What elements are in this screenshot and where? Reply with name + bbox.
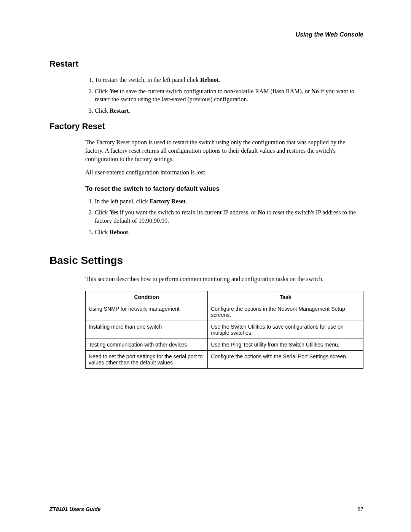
- page-footer: ZT8101 Users Guide 87: [49, 506, 363, 512]
- table-cell-condition: Testing communication with other devices: [86, 339, 208, 350]
- factory-subheading: To reset the switch to factory default v…: [85, 185, 363, 193]
- text: Click: [95, 209, 110, 216]
- text: to save the current switch configuration…: [118, 88, 311, 94]
- text: In the left panel, click: [95, 198, 150, 204]
- factory-steps: In the left panel, click Factory Reset. …: [85, 197, 363, 236]
- bold-text: Factory Reset: [150, 198, 186, 204]
- heading-basic-settings: Basic Settings: [49, 254, 363, 267]
- page-header-right: Using the Web Console: [49, 31, 363, 38]
- document-page: Using the Web Console Restart To restart…: [0, 0, 411, 532]
- text: .: [128, 229, 130, 235]
- bold-text: Yes: [110, 209, 118, 216]
- heading-factory-reset: Factory Reset: [49, 121, 363, 131]
- basic-content: This section describes how to perform co…: [85, 275, 363, 369]
- text: .: [219, 77, 220, 83]
- table-row: Need to set the port settings for the se…: [86, 350, 363, 368]
- restart-step-1: To restart the switch, in the left panel…: [95, 76, 363, 84]
- bold-text: Restart: [110, 107, 129, 114]
- table-row: Using SNMP for network management Config…: [86, 303, 363, 321]
- restart-steps: To restart the switch, in the left panel…: [85, 76, 363, 115]
- basic-settings-table: Condition Task Using SNMP for network ma…: [85, 291, 363, 369]
- table-cell-condition: Installing more than one switch: [86, 321, 208, 339]
- table-row: Installing more than one switch Use the …: [86, 321, 363, 339]
- bold-text: No: [258, 209, 265, 216]
- bold-text: Reboot: [200, 77, 219, 83]
- table-cell-task: Use the Ping Test utility from the Switc…: [208, 339, 363, 350]
- text: if you want the switch to retain its cur…: [118, 209, 258, 216]
- table-cell-task: Configure the options with the Serial Po…: [208, 350, 363, 368]
- table-cell-task: Use the Switch Utilities to save configu…: [208, 321, 363, 339]
- text: Click: [95, 88, 110, 94]
- restart-step-2: Click Yes to save the current switch con…: [95, 87, 363, 104]
- factory-paragraph-1: The Factory Reset option is used to rest…: [85, 138, 363, 163]
- factory-step-3: Click Reboot.: [95, 228, 363, 236]
- factory-step-2: Click Yes if you want the switch to reta…: [95, 208, 363, 225]
- table-row: Testing communication with other devices…: [86, 339, 363, 350]
- restart-content: To restart the switch, in the left panel…: [85, 76, 363, 115]
- factory-content: The Factory Reset option is used to rest…: [85, 138, 363, 236]
- table-cell-condition: Using SNMP for network management: [86, 303, 208, 321]
- table-cell-condition: Need to set the port settings for the se…: [86, 350, 208, 368]
- bold-text: Reboot: [110, 229, 128, 235]
- table-header-task: Task: [208, 291, 363, 303]
- restart-step-3: Click Restart.: [95, 107, 363, 115]
- bold-text: Yes: [110, 88, 118, 94]
- table-header-row: Condition Task: [86, 291, 363, 303]
- text: Click: [95, 107, 110, 114]
- footer-guide-title: ZT8101 Users Guide: [49, 506, 101, 512]
- text: To restart the switch, in the left panel…: [95, 77, 200, 83]
- bold-text: No: [311, 88, 319, 94]
- footer-page-number: 87: [357, 506, 363, 512]
- table-cell-task: Configure the options in the Network Man…: [208, 303, 363, 321]
- heading-restart: Restart: [49, 59, 363, 69]
- factory-paragraph-2: All user-entered configuration informati…: [85, 168, 363, 177]
- text: .: [129, 107, 130, 114]
- table-header-condition: Condition: [86, 291, 208, 303]
- text: Click: [95, 229, 110, 235]
- basic-intro: This section describes how to perform co…: [85, 275, 363, 283]
- factory-step-1: In the left panel, click Factory Reset.: [95, 197, 363, 206]
- text: .: [186, 198, 187, 204]
